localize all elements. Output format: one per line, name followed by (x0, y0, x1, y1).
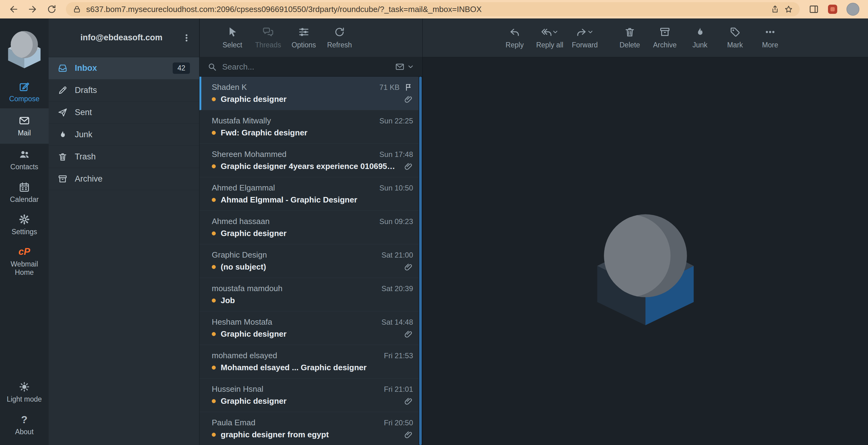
sidebar-item-calendar[interactable]: Calendar (0, 176, 49, 209)
mark-button[interactable]: Mark (718, 26, 752, 49)
forward-dropdown-icon[interactable] (587, 29, 594, 35)
folder-trash[interactable]: Trash (49, 146, 199, 168)
subject: Fwd: Graphic designer (221, 128, 413, 137)
inbox-icon (58, 63, 67, 73)
sidebar-item-label: Settings (11, 228, 37, 236)
archive-icon (58, 174, 67, 184)
attachment-icon (404, 262, 413, 272)
reply-all-button[interactable]: Reply all (533, 26, 566, 49)
delete-button[interactable]: Delete (613, 26, 646, 49)
attachment-icon (404, 95, 413, 104)
subject: (no subject) (221, 262, 399, 272)
forward-icon[interactable] (28, 4, 37, 14)
junk-button[interactable]: Junk (683, 26, 717, 49)
unread-dot (212, 164, 216, 168)
message-row[interactable]: Shaden K71 KB Graphic designer (199, 76, 422, 110)
paper-plane-icon (58, 108, 67, 117)
search-input[interactable] (222, 62, 390, 72)
threads-label: Threads (255, 41, 281, 49)
threads-button[interactable]: Threads (250, 26, 286, 49)
folder-menu-icon[interactable] (182, 33, 191, 42)
sender: Ahmed Elgammal (212, 183, 375, 193)
more-button[interactable]: More (753, 26, 787, 49)
attachment-icon (404, 162, 413, 171)
sidebar-item-settings[interactable]: Settings (0, 209, 49, 241)
reply-all-icon (541, 27, 552, 37)
forward-icon (576, 27, 587, 37)
folder-junk[interactable]: Junk (49, 124, 199, 146)
sidebar-item-mail[interactable]: Mail (0, 108, 49, 144)
folder-label: Inbox (75, 63, 97, 73)
subject: Graphic designer (221, 396, 399, 406)
address-bar[interactable]: s637.bom7.mysecurecloudhost.com:2096/cps… (66, 2, 800, 16)
message-row[interactable]: Graphic DesignSat 21:00 (no subject) (199, 244, 422, 278)
message-meta: Sun 10:50 (379, 184, 413, 192)
sidebar-item-label: Webmail Home (1, 260, 48, 276)
message-row[interactable]: moustafa mamdouhSat 20:39 Job (199, 278, 422, 312)
folder-label: Drafts (75, 86, 97, 95)
folder-drafts[interactable]: Drafts (49, 80, 199, 101)
cursor-icon (227, 26, 238, 38)
sidebar-item-webmail-home[interactable]: cP Webmail Home (0, 241, 49, 282)
compose-icon (19, 81, 30, 92)
reply-all-dropdown-icon[interactable] (552, 29, 559, 35)
browser-toolbar: s637.bom7.mysecurecloudhost.com:2096/cps… (0, 0, 868, 19)
webmail-app: Compose Mail Contacts Calendar Settings … (0, 19, 868, 445)
sidebar-item-light-mode[interactable]: Light mode (0, 376, 49, 408)
scrollbar-thumb[interactable] (419, 76, 422, 445)
message-rows: Shaden K71 KB Graphic designer Mustafa M… (199, 76, 422, 445)
archive-button[interactable]: Archive (648, 26, 681, 49)
list-scrollbar[interactable] (418, 76, 422, 445)
sender: Graphic Design (212, 250, 376, 260)
url-text[interactable]: s637.bom7.mysecurecloudhost.com:2096/cps… (86, 5, 766, 14)
unread-dot (212, 365, 216, 370)
sidebar-item-compose[interactable]: Compose (0, 76, 49, 108)
reply-button[interactable]: Reply (498, 26, 531, 49)
star-icon[interactable] (784, 5, 793, 13)
subject: Graphic designer (221, 229, 413, 238)
folder-inbox[interactable]: Inbox 42 (49, 57, 199, 80)
message-meta: Sat 20:39 (381, 284, 413, 293)
folder-sent[interactable]: Sent (49, 101, 199, 124)
sender: Shaden K (212, 83, 375, 92)
message-row[interactable]: Mustafa MitwallySun 22:25 Fwd: Graphic d… (199, 110, 422, 144)
subject: Graphic designer (221, 329, 399, 339)
flag-icon[interactable] (404, 83, 413, 92)
sidebar-item-about[interactable]: ? About (0, 409, 49, 445)
unread-dot (212, 399, 216, 403)
light-mode-icon (19, 381, 30, 392)
reply-icon (509, 26, 520, 38)
options-button[interactable]: Options (286, 26, 322, 49)
select-button[interactable]: Select (215, 26, 250, 49)
forward-label: Forward (572, 41, 598, 49)
search-scope-selector[interactable] (395, 62, 414, 71)
message-row[interactable]: mohamed elsayedFri 21:53 Mohamed elsayed… (199, 345, 422, 379)
message-meta: Fri 21:01 (384, 385, 413, 393)
message-toolbar: Reply Reply all Forward (423, 19, 868, 57)
forward-button[interactable]: Forward (568, 26, 601, 49)
message-row[interactable]: Ahmed hassaanSun 09:23 Graphic designer (199, 211, 422, 244)
message-row[interactable]: Ahmed ElgammalSun 10:50 Ahmad Elgmmal - … (199, 177, 422, 211)
refresh-button[interactable]: Refresh (322, 26, 358, 49)
sliders-icon (298, 26, 309, 38)
profile-avatar[interactable] (846, 3, 859, 16)
side-panel-icon[interactable] (809, 4, 819, 14)
message-row[interactable]: Hussein HsnalFri 21:01 Graphic designer (199, 379, 422, 412)
attachment-icon (404, 329, 413, 339)
sidebar-item-contacts[interactable]: Contacts (0, 144, 49, 176)
message-row[interactable]: Shereen MohammedSun 17:48 Graphic design… (199, 144, 422, 177)
message-meta: 71 KB (379, 83, 400, 92)
message-row[interactable]: Hesham MostafaSat 14:48 Graphic designer (199, 312, 422, 345)
share-icon[interactable] (771, 5, 779, 13)
folder-archive[interactable]: Archive (49, 168, 199, 190)
flame-icon (58, 130, 67, 139)
message-meta: Sat 14:48 (381, 318, 413, 326)
pencil-icon (58, 86, 67, 95)
sender: moustafa mamdouh (212, 284, 376, 293)
extension-icon[interactable] (828, 5, 837, 14)
reload-icon[interactable] (47, 4, 57, 14)
back-icon[interactable] (9, 4, 19, 14)
message-row[interactable]: Paula EmadFri 20:50 graphic designer fro… (199, 412, 422, 445)
subject: Ahmad Elgmmal - Graphic Designer (221, 195, 413, 205)
message-meta: Sun 17:48 (379, 150, 413, 159)
